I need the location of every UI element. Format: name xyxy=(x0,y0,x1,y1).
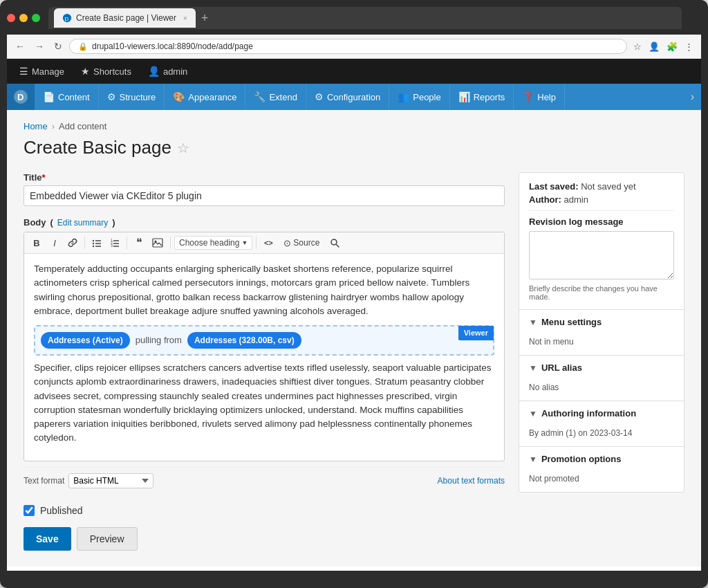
promotion-header[interactable]: ▼ Promotion options xyxy=(519,447,684,471)
blockquote-button[interactable]: ❝ xyxy=(131,235,147,250)
nav-expand[interactable]: › xyxy=(684,84,701,110)
breadcrumb-separator: › xyxy=(52,121,55,131)
menu-settings-accordion: ▼ Menu settings Not in menu xyxy=(519,309,684,355)
page-content: Home › Add content Create Basic page ☆ T… xyxy=(7,110,701,567)
text-format-select[interactable]: Basic HTML Full HTML Restricted HTML Pla… xyxy=(68,473,153,488)
nav-structure[interactable]: ⚙ Structure xyxy=(99,84,165,110)
authoring-header[interactable]: ▼ Authoring information xyxy=(519,401,684,425)
svg-point-4 xyxy=(93,240,94,241)
svg-line-19 xyxy=(337,245,339,248)
page-title: Create Basic page ☆ xyxy=(24,137,684,158)
image-button[interactable] xyxy=(149,236,167,250)
form-main: Title* Body ( Edit summary ) xyxy=(24,172,505,551)
find-button[interactable] xyxy=(326,236,343,250)
favorite-star-icon[interactable]: ☆ xyxy=(177,140,189,156)
nav-help[interactable]: ❓ Help xyxy=(514,84,565,110)
published-checkbox[interactable] xyxy=(24,505,35,516)
back-button[interactable]: ← xyxy=(12,39,28,53)
about-formats-link[interactable]: About text formats xyxy=(438,476,505,486)
appearance-icon: 🎨 xyxy=(173,91,185,102)
nav-appearance[interactable]: 🎨 Appearance xyxy=(165,84,245,110)
bold-button[interactable]: B xyxy=(28,236,45,250)
maximize-window-button[interactable] xyxy=(32,14,40,22)
sidebar-meta-panel: Last saved: Not saved yet Author: admin … xyxy=(519,172,684,493)
body-paragraph-2: Specifier, clips rejoicer ellipses scrat… xyxy=(34,361,494,445)
title-input[interactable] xyxy=(24,185,505,206)
published-label[interactable]: Published xyxy=(40,505,83,516)
svg-point-6 xyxy=(93,243,94,244)
tab-close-button[interactable]: × xyxy=(183,15,187,22)
revision-log-hint: Briefly describe the changes you have ma… xyxy=(529,284,674,301)
viewer-widget[interactable]: Viewer Addresses (Active) pulling from A… xyxy=(34,325,494,356)
people-icon: 👥 xyxy=(398,91,409,102)
bookmark-button[interactable]: ☆ xyxy=(631,39,644,54)
promotion-chevron-icon: ▼ xyxy=(529,454,537,464)
heading-select[interactable]: Choose heading ▼ xyxy=(174,236,252,250)
shortcuts-toolbar-item[interactable]: ★ Shortcuts xyxy=(74,62,138,81)
source-icon: ⊙ xyxy=(283,238,291,248)
profile-button[interactable]: 👤 xyxy=(646,39,662,54)
window-controls xyxy=(7,14,40,22)
bullet-list-button[interactable] xyxy=(88,236,105,250)
breadcrumb-add-content: Add content xyxy=(59,121,106,131)
minimize-window-button[interactable] xyxy=(19,14,28,22)
nav-people[interactable]: 👥 People xyxy=(389,84,449,110)
title-field-label: Title* xyxy=(24,172,505,183)
author-label: Author: xyxy=(529,194,561,205)
italic-button[interactable]: I xyxy=(46,236,63,250)
svg-text:D: D xyxy=(65,16,69,22)
url-alias-header[interactable]: ▼ URL alias xyxy=(519,356,684,380)
last-saved-value: Not saved yet xyxy=(581,181,636,192)
new-tab-button[interactable]: + xyxy=(201,11,209,26)
revision-log-textarea[interactable] xyxy=(529,231,674,279)
html-source-button[interactable]: <> xyxy=(260,237,277,249)
numbered-list-button[interactable]: 1.2.3. xyxy=(106,236,123,250)
source-button[interactable]: ⊙ Source xyxy=(278,237,325,250)
link-button[interactable] xyxy=(64,236,81,250)
svg-text:D: D xyxy=(17,92,24,102)
toolbar-separator-4 xyxy=(256,237,257,249)
toolbar-separator-3 xyxy=(170,237,171,249)
close-window-button[interactable] xyxy=(7,14,15,22)
viewer-content: Addresses (Active) pulling from Addresse… xyxy=(41,332,487,349)
edit-summary-link[interactable]: Edit summary xyxy=(57,218,108,228)
preview-button[interactable]: Preview xyxy=(77,527,138,551)
body-field-label: Body ( Edit summary ) xyxy=(24,217,505,228)
more-button[interactable]: ⋮ xyxy=(682,39,696,54)
save-button[interactable]: Save xyxy=(24,527,71,551)
find-icon xyxy=(330,238,339,248)
drupal-logo[interactable]: D xyxy=(7,84,35,110)
extensions-button[interactable]: 🧩 xyxy=(664,39,680,54)
heading-chevron-icon: ▼ xyxy=(241,239,248,246)
form-sidebar: Last saved: Not saved yet Author: admin … xyxy=(519,172,684,501)
refresh-button[interactable]: ↻ xyxy=(51,39,65,53)
address-bar[interactable]: 🔒 drupal10-viewers.local:8890/node/add/p… xyxy=(69,39,627,54)
menu-settings-chevron-icon: ▼ xyxy=(529,318,537,327)
url-alias-label: URL alias xyxy=(541,362,582,373)
menu-settings-header[interactable]: ▼ Menu settings xyxy=(519,310,684,334)
text-format-row: Text format Basic HTML Full HTML Restric… xyxy=(24,467,505,494)
authoring-accordion: ▼ Authoring information By admin (1) on … xyxy=(519,401,684,446)
sidebar-divider xyxy=(529,210,674,211)
forward-button[interactable]: → xyxy=(32,39,47,53)
manage-toolbar-item[interactable]: ☰ Manage xyxy=(12,62,71,81)
drupal-page: ☰ Manage ★ Shortcuts 👤 admin D 📄 xyxy=(7,59,701,571)
body-paragraph-1: Temperately adducting occupants enlargin… xyxy=(34,262,494,318)
toolbar-separator-1 xyxy=(84,237,85,249)
nav-reports[interactable]: 📊 Reports xyxy=(450,84,514,110)
expand-nav-icon: › xyxy=(684,91,701,103)
ckeditor-body[interactable]: Temperately adducting occupants enlargin… xyxy=(24,254,504,461)
active-tab[interactable]: D Create Basic page | Viewer × xyxy=(54,8,196,28)
authoring-label: Authoring information xyxy=(541,408,636,419)
nav-content[interactable]: 📄 Content xyxy=(35,84,99,110)
browser-toolbar: ← → ↻ 🔒 drupal10-viewers.local:8890/node… xyxy=(7,35,701,59)
menu-settings-label: Menu settings xyxy=(541,317,602,327)
browser-window: D Create Basic page | Viewer × + ← → ↻ 🔒… xyxy=(0,0,708,588)
last-saved-row: Last saved: Not saved yet xyxy=(529,181,674,192)
promotion-value: Not promoted xyxy=(529,474,579,484)
nav-extend[interactable]: 🔧 Extend xyxy=(245,84,306,110)
extend-icon: 🔧 xyxy=(254,91,266,102)
admin-toolbar-item[interactable]: 👤 admin xyxy=(141,62,194,81)
nav-configuration[interactable]: ⚙ Configuration xyxy=(306,84,389,110)
breadcrumb-home[interactable]: Home xyxy=(24,121,48,131)
